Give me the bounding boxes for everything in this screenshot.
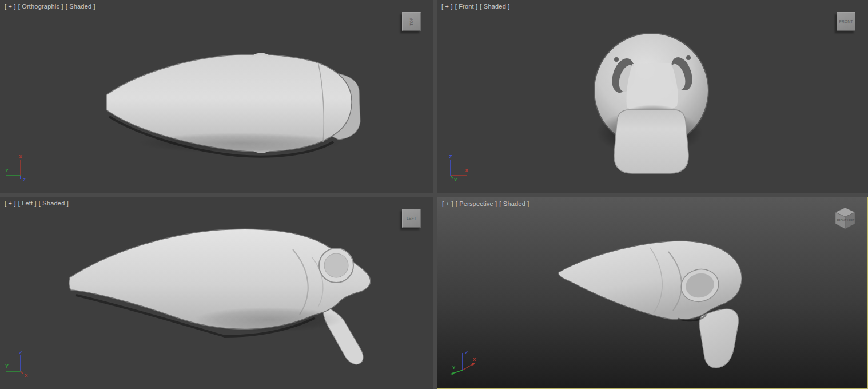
model-crankbait-perspective-view[interactable] — [437, 197, 867, 388]
viewport-shading-menu[interactable]: [ Shaded ] — [39, 200, 69, 207]
viewport-pov-menu[interactable]: [ Perspective ] — [456, 200, 497, 207]
model-crankbait-front-view[interactable] — [437, 0, 868, 193]
viewcube-top-icon[interactable]: TOP — [402, 12, 421, 31]
axis-x-label: X — [25, 373, 28, 378]
viewport-label: [ + ] [ Left ] [ Shaded ] — [5, 200, 69, 207]
viewport-general-menu[interactable]: [ + ] — [441, 3, 453, 10]
axis-x-label: X — [465, 168, 468, 173]
viewport-perspective[interactable]: [ + ] [ Perspective ] [ Shaded ] FRONT L… — [437, 197, 868, 389]
viewcube-face-label: FRONT — [839, 19, 853, 23]
axis-y-label: Y — [5, 168, 9, 173]
axis-z-label: Z — [465, 350, 468, 355]
axis-y-label: Y — [452, 365, 456, 370]
axis-x-label: X — [473, 357, 476, 362]
axis-y-label: Y — [5, 363, 9, 369]
axis-tripod-icon: Z Y X — [448, 347, 477, 376]
viewport-pov-menu[interactable]: [ Orthographic ] — [18, 3, 63, 10]
axis-x-label: X — [19, 154, 22, 160]
viewcube-face-label: TOP — [409, 17, 413, 25]
viewport-orthographic[interactable]: [ + ] [ Orthographic ] [ Shaded ] TOP X … — [0, 0, 433, 193]
axis-z-label: Z — [19, 350, 22, 355]
axis-z-label: Z — [23, 177, 26, 182]
viewport-general-menu[interactable]: [ + ] — [442, 200, 453, 207]
viewport-left[interactable]: [ + ] [ Left ] [ Shaded ] LEFT Z Y X — [0, 197, 433, 389]
viewcube-left-icon[interactable]: LEFT — [402, 209, 421, 228]
axis-z-label: Z — [449, 154, 452, 160]
axis-y-label: Y — [454, 177, 457, 182]
viewcube-face-label: LEFT — [407, 216, 416, 220]
viewport-label: [ + ] [ Front ] [ Shaded ] — [441, 3, 510, 10]
model-jaw-shading — [194, 307, 343, 332]
viewport-shading-menu[interactable]: [ Shaded ] — [480, 3, 509, 10]
viewport-pov-menu[interactable]: [ Front ] — [455, 3, 478, 10]
viewport-pov-menu[interactable]: [ Left ] — [18, 200, 37, 207]
viewport-general-menu[interactable]: [ + ] — [5, 3, 16, 10]
viewcube-front-icon[interactable]: FRONT — [837, 12, 855, 31]
model-crankbait-top-view[interactable] — [0, 0, 433, 193]
viewcube-face-front-label: FRONT — [837, 219, 846, 222]
model-lip[interactable] — [699, 309, 739, 368]
viewport-shading-menu[interactable]: [ Shaded ] — [66, 3, 95, 10]
model-lip[interactable] — [614, 110, 688, 173]
viewport-front[interactable]: [ + ] [ Front ] [ Shaded ] FRONT Z X Y — [437, 0, 868, 193]
viewport-label: [ + ] [ Perspective ] [ Shaded ] — [442, 200, 529, 207]
model-crankbait-left-view[interactable] — [0, 197, 433, 389]
viewport-grid: [ + ] [ Orthographic ] [ Shaded ] TOP X … — [0, 0, 868, 389]
axis-tripod-icon: X Y Z — [3, 154, 30, 182]
viewcube-face-left-label: LEFT — [847, 219, 854, 222]
viewport-shading-menu[interactable]: [ Shaded ] — [499, 200, 529, 207]
model-belly-shading — [137, 133, 343, 153]
axis-tripod-icon: Z Y X — [3, 350, 30, 378]
viewport-general-menu[interactable]: [ + ] — [5, 200, 16, 207]
viewport-label: [ + ] [ Orthographic ] [ Shaded ] — [5, 3, 95, 10]
viewcube-3d-icon[interactable]: FRONT LEFT — [832, 205, 858, 232]
model-eye[interactable] — [319, 248, 353, 283]
axis-tripod-icon: Z X Y — [444, 154, 470, 182]
